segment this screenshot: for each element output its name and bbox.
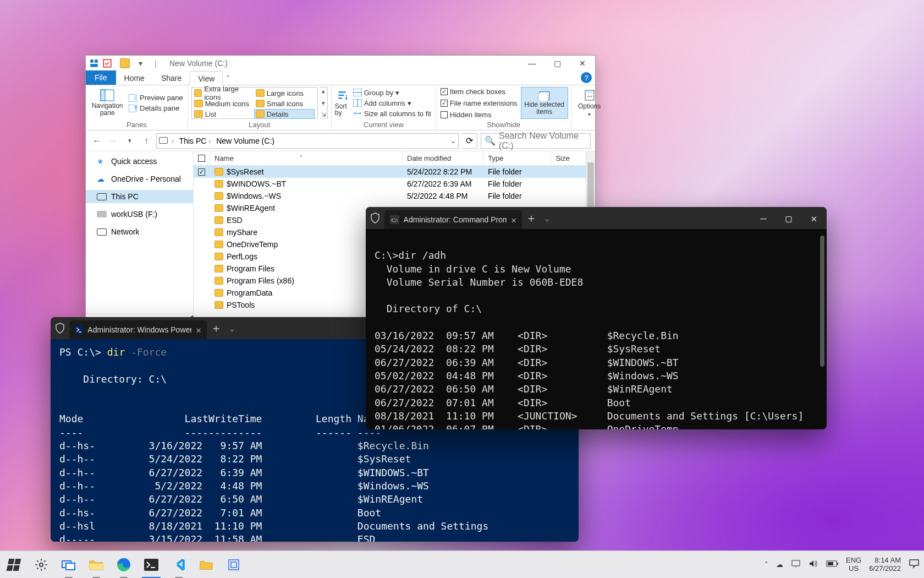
recent-locations-icon[interactable]: ▾ [123,134,136,148]
maximize-button[interactable]: ▢ [776,207,801,229]
cmd-titlebar[interactable]: C:\ Administrator: Command Prompt ✕ ＋ ⌄ … [366,207,827,229]
maximize-button[interactable]: ▢ [544,56,570,71]
action-center-icon[interactable] [909,559,920,570]
sidebar-usb[interactable]: workUSB (F:) [86,208,193,221]
file-menu[interactable]: File [86,70,116,85]
details-pane-button[interactable]: Details pane [128,103,184,113]
refresh-button[interactable]: ⟳ [462,133,477,149]
layout-gallery[interactable]: Extra large icons Large icons Medium ico… [191,87,318,119]
new-tab-button[interactable]: ＋ [522,211,541,226]
file-row[interactable]: $Windows.~WS5/2/2022 4:48 PMFile folder [194,190,595,202]
layout-large[interactable]: Large icons [254,88,315,98]
task-view-icon[interactable] [55,551,82,579]
layout-extra-large[interactable]: Extra large icons [193,88,253,98]
folder-icon [215,301,223,309]
navigation-sidebar: ★Quick access ☁OneDrive - Personal This … [86,151,194,319]
file-explorer-taskbar-icon[interactable] [82,551,110,579]
file-row[interactable]: $WINDOWS.~BT6/27/2022 6:39 AMFile folder [194,178,595,190]
close-button[interactable]: ✕ [801,207,827,229]
start-button[interactable] [0,551,28,579]
layout-list[interactable]: List [193,109,253,119]
folder-icon [215,216,223,224]
tab-share[interactable]: Share [153,70,190,85]
onedrive-tray-icon[interactable]: ☁ [776,560,783,569]
item-checkboxes-toggle[interactable]: Item check boxes [439,87,519,96]
close-button[interactable]: ✕ [570,56,595,71]
collapse-ribbon-icon[interactable]: ˄ [223,74,233,83]
address-bar[interactable]: › This PC› New Volume (C:) ⌄ [156,133,459,149]
sidebar-network[interactable]: Network [86,225,193,238]
vscode-taskbar-icon[interactable] [165,551,193,579]
tab-dropdown-icon[interactable]: ⌄ [541,214,554,222]
svg-rect-7 [134,94,138,102]
volume-tray-icon[interactable] [809,559,818,570]
explorer-titlebar[interactable]: ▾ | New Volume (C:) — ▢ ✕ [86,56,595,71]
app-pinned-icon[interactable] [220,551,248,579]
ps-prompt: PS C:\> [59,346,107,358]
tab-view[interactable]: View [190,71,223,85]
file-row[interactable]: $SysReset5/24/2022 8:22 PMFile folder [194,166,595,178]
preview-pane-button[interactable]: Preview pane [128,93,184,102]
file-name: OneDriveTemp [227,240,278,249]
ps-tab[interactable]: Administrator: Windows PowerShell ✕ [69,320,207,339]
svg-text:C:\: C:\ [392,217,398,223]
qat-save-icon[interactable] [102,58,112,68]
crumb-volume[interactable]: New Volume (C:) [215,137,276,145]
layout-medium[interactable]: Medium icons [193,99,253,108]
group-by-button[interactable]: Group by ▾ [352,88,432,97]
network-tray-icon[interactable] [791,559,801,570]
folder-icon [215,204,223,212]
admin-shield-icon [51,323,69,334]
file-name: ProgramData [227,288,272,297]
file-name: PSTools [227,301,255,309]
folder-icon [215,228,223,236]
sort-by-button[interactable]: Sort by [335,87,350,119]
ps-header: Mode LastWriteTime Length Name [59,413,381,424]
up-button[interactable]: ↑ [140,134,153,148]
terminal-scrollbar[interactable] [820,236,824,423]
col-date[interactable]: Date modified [403,151,483,165]
tab-close-icon[interactable]: ✕ [196,325,201,335]
tray-overflow-icon[interactable]: ˄ [765,560,768,569]
sidebar-quick-access[interactable]: ★Quick access [86,155,193,168]
back-button[interactable]: ← [90,134,103,148]
ps-divider: ---- ------------- ------ ---- [59,427,381,438]
tab-home[interactable]: Home [116,70,153,85]
new-tab-button[interactable]: ＋ [207,321,226,336]
options-button[interactable]: Options▾ [575,87,604,119]
battery-tray-icon[interactable] [826,560,838,569]
forward-button[interactable]: → [107,134,120,148]
tab-dropdown-icon[interactable]: ⌄ [226,324,239,332]
col-name[interactable]: Name [215,154,234,162]
layout-small[interactable]: Small icons [254,99,315,108]
folder-icon [215,253,223,260]
col-type[interactable]: Type [483,151,551,165]
clock[interactable]: 8:14 AM6/27/2022 [869,557,901,572]
settings-app-icon[interactable] [28,551,55,579]
help-icon[interactable]: ? [581,72,592,83]
row-checkbox[interactable] [198,168,205,176]
minimize-button[interactable]: — [519,56,544,71]
cmd-tab[interactable]: C:\ Administrator: Command Prompt ✕ [384,210,522,229]
language-indicator[interactable]: ENGUS [846,557,861,572]
file-extensions-toggle[interactable]: File name extensions [439,99,519,108]
svg-rect-28 [144,559,158,571]
hidden-items-toggle[interactable]: Hidden items [439,110,519,119]
navigation-pane-button[interactable]: Navigation pane [89,87,125,119]
select-all-checkbox[interactable] [198,155,205,162]
sidebar-this-pc[interactable]: This PC [86,190,193,203]
size-all-columns-button[interactable]: Size all columns to fit [352,109,432,118]
sidebar-onedrive[interactable]: ☁OneDrive - Personal [86,172,193,186]
explorer-pinned-icon[interactable] [193,551,220,579]
hide-selected-button[interactable]: Hide selected items [521,87,568,119]
tab-close-icon[interactable]: ✕ [511,215,516,225]
crumb-this-pc[interactable]: This PC› [178,137,213,145]
terminal-taskbar-icon[interactable] [138,551,165,579]
search-box[interactable]: 🔍 Search New Volume (C:) [481,133,591,149]
minimize-button[interactable]: — [751,207,776,229]
qat-properties-icon[interactable] [89,58,99,68]
layout-details[interactable]: Details [254,109,315,119]
file-name: Program Files (x86) [227,276,294,285]
add-columns-button[interactable]: Add columns ▾ [352,99,432,108]
edge-taskbar-icon[interactable] [110,551,138,579]
